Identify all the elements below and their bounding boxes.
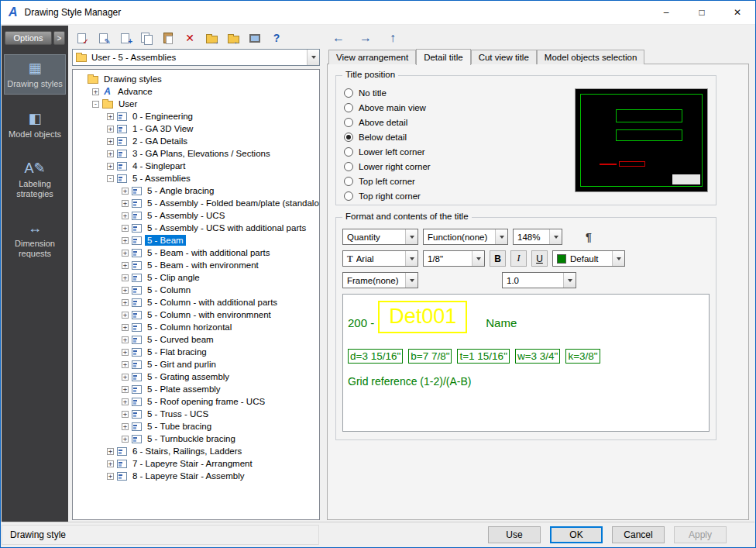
paste-button[interactable] (159, 29, 177, 47)
tree-item-5-column[interactable]: +5 - Column (74, 284, 319, 296)
chevron-down-icon[interactable] (612, 251, 624, 266)
expand-icon[interactable]: + (122, 423, 129, 430)
copy-button[interactable] (137, 29, 156, 47)
tree-item-2-ga-details[interactable]: +2 - GA Details (74, 135, 319, 147)
chevron-down-icon[interactable] (307, 50, 319, 65)
collapse-icon[interactable]: - (92, 101, 99, 108)
expand-icon[interactable]: + (107, 126, 114, 133)
expand-icon[interactable]: + (122, 188, 129, 195)
expand-icon[interactable]: + (122, 336, 129, 343)
quantity-combo[interactable]: Quantity (342, 229, 418, 245)
tree-item-drawing-styles[interactable]: Drawing styles (74, 73, 319, 85)
bold-button[interactable]: B (490, 250, 506, 267)
expand-icon[interactable]: + (107, 150, 114, 157)
paragraph-mark-icon[interactable]: ¶ (586, 231, 592, 243)
options-expand-button[interactable]: > (53, 31, 65, 45)
radio-lower-left-corner[interactable]: Lower left corner (344, 144, 522, 159)
expand-icon[interactable]: + (122, 312, 129, 319)
chevron-down-icon[interactable] (495, 229, 507, 244)
cancel-button[interactable]: Cancel (612, 526, 665, 543)
expand-icon[interactable]: + (107, 113, 114, 120)
expand-icon[interactable]: + (122, 324, 129, 331)
radio-top-right-corner[interactable]: Top right corner (344, 188, 522, 203)
detail-name-token[interactable]: Det001 (378, 301, 467, 333)
frame-combo[interactable]: Frame(none) (342, 272, 418, 288)
expand-icon[interactable]: + (122, 386, 129, 393)
chevron-down-icon[interactable] (549, 229, 562, 244)
tree-item-5-flat-bracing[interactable]: +5 - Flat bracing (74, 346, 319, 358)
apply-button[interactable]: Apply (674, 526, 727, 543)
expand-icon[interactable]: + (122, 436, 129, 443)
tree-item-8-lapeyre-stair-assembly[interactable]: +8 - Lapeyre Stair - Assembly (74, 470, 319, 482)
style-path-combo[interactable]: User - 5 - Assemblies (72, 49, 320, 66)
expand-icon[interactable]: + (122, 398, 129, 405)
tree-item-5-angle-bracing[interactable]: +5 - Angle bracing (74, 184, 319, 197)
preview-button[interactable] (246, 29, 264, 47)
tree-item-3-ga-plans-elevations-sections[interactable]: +3 - GA Plans, Elevations / Sections (74, 147, 319, 160)
expand-icon[interactable]: + (122, 212, 129, 219)
tree-item-advance[interactable]: +AAdvance (74, 85, 319, 98)
tree-item-5-tube-bracing[interactable]: +5 - Tube bracing (74, 420, 319, 433)
radio-below-detail[interactable]: Below detail (344, 129, 522, 144)
import-button[interactable]: → (202, 29, 221, 47)
tree-item-7-lapeyre-stair-arrangment[interactable]: +7 - Lapeyre Stair - Arrangment (74, 457, 319, 470)
radio-above-main-view[interactable]: Above main view (344, 100, 522, 115)
chevron-down-icon[interactable] (563, 273, 576, 288)
chevron-down-icon[interactable] (405, 251, 418, 266)
expand-icon[interactable]: + (92, 88, 99, 95)
export-button[interactable]: ← (224, 29, 242, 47)
minimize-button[interactable]: – (648, 1, 684, 24)
chevron-down-icon[interactable] (405, 273, 418, 288)
close-button[interactable]: ✕ (720, 1, 755, 24)
tree-item-5-clip-angle[interactable]: +5 - Clip angle (74, 271, 319, 284)
delete-button[interactable]: ✕ (180, 29, 199, 47)
tree-item-5-roof-opening-frame-ucs[interactable]: +5 - Roof opening frame - UCS (74, 395, 319, 408)
radio-above-detail[interactable]: Above detail (344, 115, 522, 129)
tree-item-1-ga-3d-view[interactable]: +1 - GA 3D View (74, 122, 319, 135)
tree-item-4-singlepart[interactable]: +4 - Singlepart (74, 160, 319, 172)
chevron-down-icon[interactable] (472, 251, 484, 266)
tree-item-5-assembly-ucs-with-additional-parts[interactable]: +5 - Assembly - UCS with additional part… (74, 222, 319, 234)
expand-icon[interactable]: + (122, 200, 129, 207)
ok-button[interactable]: OK (550, 526, 603, 543)
expand-icon[interactable]: + (122, 274, 129, 281)
expand-icon[interactable]: + (122, 250, 129, 257)
back-button[interactable]: ← (329, 29, 348, 47)
expand-icon[interactable]: + (122, 349, 129, 356)
expand-icon[interactable]: + (122, 225, 129, 232)
sidebar-item-dimension-requests[interactable]: ↔Dimension requests (4, 215, 66, 264)
tab-model-objects-selection[interactable]: Model objects selection (537, 50, 645, 64)
tree-item-0-engineering[interactable]: +0 - Engineering (74, 110, 319, 122)
expand-icon[interactable]: + (122, 361, 129, 368)
expand-icon[interactable]: + (122, 411, 129, 418)
font-combo[interactable]: T Arial (342, 250, 418, 267)
up-button[interactable]: ↑ (383, 29, 402, 47)
options-button[interactable]: Options (5, 31, 52, 45)
tree-item-5-curved-beam[interactable]: +5 - Curved beam (74, 333, 319, 346)
radio-top-left-corner[interactable]: Top left corner (344, 174, 522, 188)
forward-button[interactable]: → (356, 29, 375, 47)
expand-icon[interactable]: + (122, 374, 129, 381)
tab-view-arrangement[interactable]: View arrangement (328, 50, 416, 64)
new-style-button[interactable]: + (115, 29, 134, 47)
tree-item-5-assembly-folded-beam-plate-standalone[interactable]: +5 - Assembly - Folded beam/plate (stand… (74, 197, 319, 209)
lineweight-combo[interactable]: 1.0 (502, 272, 576, 288)
underline-button[interactable]: U (531, 250, 548, 267)
tree-item-user[interactable]: -User (74, 98, 319, 110)
tab-detail-title[interactable]: Detail title (416, 49, 471, 65)
use-button[interactable]: Use (488, 526, 541, 543)
expand-icon[interactable]: + (107, 460, 114, 467)
expand-icon[interactable]: + (122, 287, 129, 294)
tree-item-5-assemblies[interactable]: -5 - Assemblies (74, 172, 319, 184)
tree-item-5-grating-assembly[interactable]: +5 - Grating assembly (74, 371, 319, 383)
tree-item-5-assembly-ucs[interactable]: +5 - Assembly - UCS (74, 209, 319, 222)
expand-icon[interactable]: + (107, 163, 114, 170)
edit-style-button[interactable]: ✎ (94, 29, 112, 47)
collapse-icon[interactable]: - (107, 175, 114, 182)
chevron-down-icon[interactable] (405, 229, 418, 244)
tree-item-5-column-with-environmnent[interactable]: +5 - Column - with environmnent (74, 308, 319, 321)
tree-item-5-column-horizontal[interactable]: +5 - Column horizontal (74, 321, 319, 333)
verify-style-button[interactable]: ✓ (72, 29, 91, 47)
tree-item-6-stairs-railings-ladders[interactable]: +6 - Stairs, Railings, Ladders (74, 445, 319, 457)
sidebar-item-model-objects[interactable]: ◧Model objects (4, 105, 66, 144)
